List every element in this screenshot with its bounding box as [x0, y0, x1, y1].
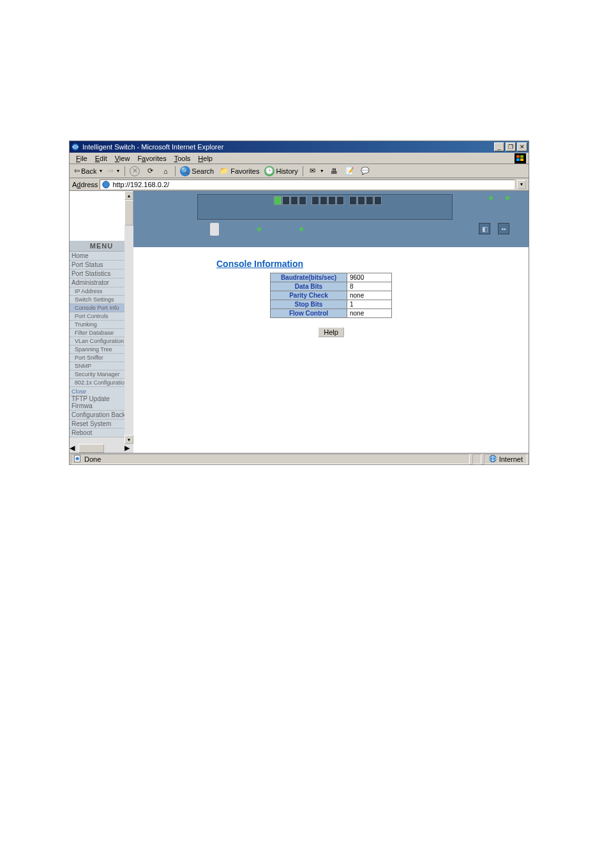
mail-button[interactable]: ✉▼ [306, 165, 326, 177]
table-row: Stop Bits1 [271, 300, 392, 309]
svg-rect-4 [520, 158, 523, 161]
address-bar: Address http://192.168.0.2/ ▼ [70, 178, 529, 191]
menu-tools[interactable]: Tools [170, 154, 195, 163]
menu-view[interactable]: View [111, 154, 134, 163]
help-button[interactable]: Help [318, 327, 344, 337]
sidebar-item-ip-address[interactable]: IP Address [70, 287, 133, 296]
status-bar: Done Internet [70, 453, 529, 464]
sidebar-item-administrator[interactable]: Administrator [70, 278, 133, 287]
discuss-button[interactable]: 💬 [358, 165, 372, 177]
search-button[interactable]: 🔍Search [178, 165, 216, 177]
ie-page-icon [102, 180, 110, 189]
page-title: Console Information [216, 259, 516, 269]
refresh-button[interactable]: ⟳ [143, 165, 157, 177]
switch-graphic: ◧ ▪▪ [133, 191, 529, 247]
print-icon: 🖶 [329, 166, 340, 176]
print-button[interactable]: 🖶 [327, 165, 342, 177]
scroll-thumb[interactable] [124, 200, 133, 225]
windows-logo-icon [515, 153, 526, 164]
dropdown-arrow-icon: ▼ [320, 169, 324, 173]
toolbar-separator [175, 166, 176, 176]
zone-label: Internet [499, 455, 523, 463]
port-icon [349, 196, 357, 205]
sidebar-item-snmp[interactable]: SNMP [70, 362, 133, 370]
scroll-down-button[interactable]: ▼ [124, 435, 133, 444]
dropdown-arrow-icon: ▼ [98, 169, 103, 173]
stop-button[interactable]: ✕ [128, 165, 142, 177]
menu-file[interactable]: File [72, 154, 91, 163]
favorites-icon: 📁 [219, 166, 229, 176]
led-icon [257, 227, 261, 231]
sidebar-item-security-manager[interactable]: Security Manager [70, 370, 133, 379]
port-icon [374, 196, 382, 205]
toolbar: ⇦ Back ▼ ⇨ ▼ ✕ ⟳ ⌂ 🔍Search 📁Favorites 🕒H… [70, 164, 529, 178]
menu-favorites[interactable]: Favorites [133, 154, 170, 163]
flowctrl-label: Flow Control [271, 309, 347, 318]
home-button[interactable]: ⌂ [158, 165, 172, 177]
svg-point-5 [103, 181, 110, 188]
back-button[interactable]: ⇦ Back ▼ [72, 166, 105, 176]
search-label: Search [192, 167, 214, 175]
maximize-button[interactable]: ❐ [506, 142, 516, 151]
title-bar: Intelligent Switch - Microsoft Internet … [70, 141, 529, 153]
scroll-up-button[interactable]: ▲ [124, 191, 133, 200]
menu-bar: File Edit View Favorites Tools Help [70, 153, 529, 164]
toolbar-separator [124, 166, 125, 176]
sidebar-spacer [70, 191, 133, 241]
svg-rect-3 [516, 158, 520, 161]
module-slot-icon: ◧ [479, 223, 490, 234]
menu-edit[interactable]: Edit [91, 154, 111, 163]
led-icon [489, 196, 493, 200]
sidebar-item-config-backup[interactable]: Configuration Backu [70, 411, 133, 420]
databits-value: 8 [347, 282, 392, 291]
sidebar-item-trunking[interactable]: Trunking [70, 321, 133, 329]
sidebar-item-spanning-tree[interactable]: Spanning Tree [70, 346, 133, 354]
close-button[interactable]: ✕ [517, 142, 527, 151]
module-slot-icon: ▪▪ [498, 223, 509, 234]
address-dropdown[interactable]: ▼ [517, 180, 526, 189]
scroll-thumb[interactable] [79, 444, 104, 453]
sidebar-item-port-sniffer[interactable]: Port Sniffer [70, 354, 133, 362]
internet-zone-icon [488, 454, 497, 464]
sidebar-header: MENU [70, 241, 133, 252]
status-text: Done [84, 455, 101, 463]
table-row: Data Bits8 [271, 282, 392, 291]
sidebar-hscroll[interactable]: ◀ ▶ [70, 444, 133, 453]
sidebar-item-reboot[interactable]: Reboot [70, 429, 133, 438]
sidebar-item-switch-settings[interactable]: Switch Settings [70, 296, 133, 304]
sidebar-item-port-controls[interactable]: Port Controls [70, 312, 133, 321]
sidebar: MENU Home Port Status Port Statistics Ad… [70, 191, 133, 453]
sidebar-item-console-port-info[interactable]: Console Port Info [70, 304, 133, 312]
history-button[interactable]: 🕒History [262, 165, 299, 177]
sidebar-item-home[interactable]: Home [70, 252, 133, 261]
done-icon [73, 454, 82, 464]
svg-point-7 [76, 457, 79, 460]
history-label: History [276, 167, 297, 175]
menu-help[interactable]: Help [194, 154, 216, 163]
edit-button[interactable]: 📝 [343, 165, 357, 177]
back-arrow-icon: ⇦ [74, 167, 80, 175]
minimize-button[interactable]: _ [494, 142, 504, 151]
favorites-button[interactable]: 📁Favorites [217, 165, 261, 177]
sidebar-item-reset-system[interactable]: Reset System [70, 420, 133, 429]
baudrate-label: Baudrate(bits/sec) [271, 273, 347, 282]
sidebar-item-8021x-config[interactable]: 802.1x Configuration [70, 379, 133, 387]
forward-button[interactable]: ⇨ ▼ [106, 166, 122, 176]
sidebar-item-port-status[interactable]: Port Status [70, 261, 133, 270]
address-input[interactable]: http://192.168.0.2/ [100, 179, 515, 190]
port-icon [320, 196, 327, 205]
sidebar-item-tftp[interactable]: TFTP Update Firmwa [70, 395, 133, 411]
switch-lower-row [210, 223, 303, 236]
scroll-left-button[interactable]: ◀ [70, 444, 79, 453]
sidebar-item-vlan-config[interactable]: VLan Configuration [70, 337, 133, 346]
window-title: Intelligent Switch - Microsoft Internet … [82, 143, 493, 151]
sidebar-item-filter-database[interactable]: Filter Database [70, 329, 133, 337]
switch-ports [274, 196, 382, 205]
scroll-right-button[interactable]: ▶ [124, 444, 133, 453]
port-icon [290, 196, 298, 205]
back-label: Back [81, 167, 96, 175]
sidebar-vscroll[interactable]: ▲ ▼ [124, 191, 133, 453]
sidebar-item-port-statistics[interactable]: Port Statistics [70, 270, 133, 278]
console-info-table: Baudrate(bits/sec)9600 Data Bits8 Parity… [270, 273, 392, 318]
port-icon [282, 196, 290, 205]
